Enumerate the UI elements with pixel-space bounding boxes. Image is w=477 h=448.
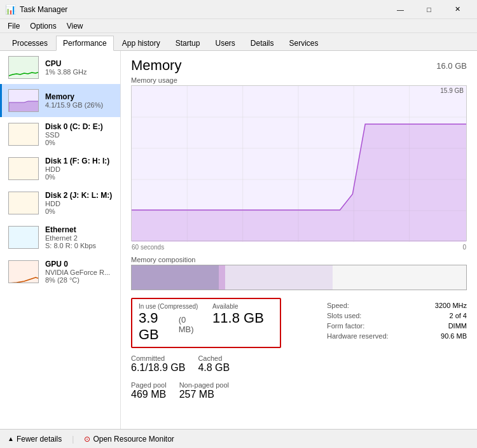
hw-reserved-stat: Hardware reserved: 90.6 MB (327, 332, 467, 340)
main-area: CPU 1% 3.88 GHz Memory 4.1/15.9 GB (26%) (0, 51, 477, 429)
close-button[interactable]: ✕ (443, 0, 472, 19)
disk2-pct: 0% (45, 207, 114, 215)
tab-performance[interactable]: Performance (56, 36, 114, 51)
tab-details[interactable]: Details (244, 36, 281, 50)
gpu-sub: NVIDIA GeForce R... (45, 269, 114, 276)
minimize-button[interactable]: — (386, 0, 415, 19)
disk0-name: Disk 0 (C: D: E:) (45, 122, 114, 131)
fewer-details-label: Fewer details (17, 435, 62, 444)
sidebar-item-disk2[interactable]: Disk 2 (J: K: L: M:) HDD 0% (0, 186, 120, 220)
disk2-mini-graph (8, 192, 39, 214)
cpu-sub: 1% 3.88 GHz (45, 68, 114, 76)
svg-marker-10 (132, 124, 466, 242)
disk1-pct: 0% (45, 173, 114, 181)
comp-standby (225, 265, 332, 290)
memory-usage-chart: 15.9 GB (131, 85, 467, 241)
disk2-sub: HDD (45, 200, 114, 207)
disk2-info: Disk 2 (J: K: L: M:) HDD 0% (45, 191, 114, 215)
speed-label: Speed: (327, 302, 349, 309)
tab-processes[interactable]: Processes (5, 36, 55, 50)
cpu-info: CPU 1% 3.88 GHz (45, 59, 114, 76)
disk2-name: Disk 2 (J: K: L: M:) (45, 191, 114, 200)
sidebar-item-memory[interactable]: Memory 4.1/15.9 GB (26%) (0, 84, 120, 117)
ethernet-name: Ethernet (45, 225, 114, 234)
title-bar: 📊 Task Manager — □ ✕ (0, 0, 477, 19)
in-use-compressed: (0 MB) (179, 315, 200, 334)
menu-file[interactable]: File (3, 20, 25, 32)
pool-stats: Paged pool 469 MB Non-paged pool 257 MB (131, 381, 327, 405)
available-value: 11.8 GB (212, 310, 273, 326)
bottom-bar: ▲ Fewer details | ⊙ Open Resource Monito… (0, 429, 477, 448)
memory-sub: 4.1/15.9 GB (26%) (45, 101, 114, 109)
gpu-mini-graph (8, 260, 39, 283)
disk0-pct: 0% (45, 139, 114, 146)
menu-view[interactable]: View (62, 20, 88, 32)
chart-max-label: 15.9 GB (440, 87, 464, 94)
paged-pool-value: 469 MB (131, 389, 167, 400)
comp-free (333, 265, 466, 290)
hw-reserved-label: Hardware reserved: (327, 332, 389, 340)
secondary-stats: Committed 6.1/18.9 GB Cached 4.8 GB (131, 354, 327, 379)
title-bar-controls[interactable]: — □ ✕ (386, 0, 472, 19)
svg-marker-0 (9, 101, 39, 112)
separator: | (72, 435, 74, 444)
gpu-name: GPU 0 (45, 260, 114, 269)
menu-bar: File Options View (0, 19, 477, 33)
menu-options[interactable]: Options (25, 20, 61, 32)
page-title: Memory (131, 57, 181, 74)
tab-bar: Processes Performance App history Startu… (0, 33, 477, 51)
non-paged-pool-stat: Non-paged pool 257 MB (179, 381, 229, 403)
ethernet-pct: S: 8.0 R: 0 Kbps (45, 242, 114, 249)
chevron-up-icon: ▲ (8, 435, 14, 442)
open-resource-monitor-button[interactable]: ⊙ Open Resource Monitor (84, 435, 174, 444)
primary-stats-box: In use (Compressed) 3.9 GB (0 MB) Availa… (131, 298, 281, 348)
slots-stat: Slots used: 2 of 4 (327, 312, 467, 319)
memory-info: Memory 4.1/15.9 GB (26%) (45, 92, 114, 109)
memory-composition-chart (131, 265, 467, 290)
sidebar: CPU 1% 3.88 GHz Memory 4.1/15.9 GB (26%) (0, 51, 121, 429)
fewer-details-button[interactable]: ▲ Fewer details (8, 435, 62, 444)
tab-app-history[interactable]: App history (115, 36, 167, 50)
ethernet-mini-graph (8, 226, 39, 249)
tab-services[interactable]: Services (282, 36, 326, 50)
available-label: Available (212, 303, 273, 310)
ethernet-info: Ethernet Ethernet 2 S: 8.0 R: 0 Kbps (45, 225, 114, 249)
app-icon: 📊 (5, 4, 16, 15)
cpu-mini-graph (8, 56, 39, 79)
in-use-value: 3.9 GB (139, 310, 176, 343)
time-label-right: 0 (462, 244, 466, 251)
available-stat: Available 11.8 GB (212, 303, 273, 343)
disk1-info: Disk 1 (F: G: H: I:) HDD 0% (45, 157, 114, 181)
disk1-name: Disk 1 (F: G: H: I:) (45, 157, 114, 165)
form-stat: Form factor: DIMM (327, 322, 467, 330)
paged-pool-label: Paged pool (131, 381, 167, 389)
disk1-sub: HDD (45, 165, 114, 173)
cpu-name: CPU (45, 59, 114, 68)
disk0-sub: SSD (45, 131, 114, 139)
cached-label: Cached (198, 354, 230, 362)
sidebar-item-gpu[interactable]: GPU 0 NVIDIA GeForce R... 8% (28 °C) (0, 255, 120, 289)
cached-value: 4.8 GB (198, 362, 230, 374)
disk0-info: Disk 0 (C: D: E:) SSD 0% (45, 122, 114, 146)
cached-stat: Cached 4.8 GB (198, 354, 230, 376)
sidebar-item-disk0[interactable]: Disk 0 (C: D: E:) SSD 0% (0, 117, 120, 151)
sidebar-item-disk1[interactable]: Disk 1 (F: G: H: I:) HDD 0% (0, 151, 120, 186)
disk1-mini-graph (8, 157, 39, 180)
gpu-info: GPU 0 NVIDIA GeForce R... 8% (28 °C) (45, 260, 114, 284)
gpu-pct: 8% (28 °C) (45, 276, 114, 284)
stats-grid: In use (Compressed) 3.9 GB (0 MB) Availa… (131, 298, 467, 405)
time-labels: 60 seconds 0 (131, 244, 467, 251)
tab-startup[interactable]: Startup (169, 36, 207, 50)
maximize-button[interactable]: □ (415, 0, 443, 19)
content-header: Memory 16.0 GB (131, 57, 467, 74)
primary-stats-row: In use (Compressed) 3.9 GB (0 MB) Availa… (139, 303, 273, 343)
paged-pool-stat: Paged pool 469 MB (131, 381, 167, 403)
open-resource-monitor-label: Open Resource Monitor (93, 435, 174, 444)
sidebar-item-ethernet[interactable]: Ethernet Ethernet 2 S: 8.0 R: 0 Kbps (0, 220, 120, 255)
resource-monitor-icon: ⊙ (84, 435, 90, 444)
sidebar-item-cpu[interactable]: CPU 1% 3.88 GHz (0, 51, 120, 84)
ethernet-sub: Ethernet 2 (45, 234, 114, 242)
tab-users[interactable]: Users (208, 36, 242, 50)
app-title: Task Manager (20, 5, 67, 14)
memory-mini-graph (8, 89, 39, 112)
